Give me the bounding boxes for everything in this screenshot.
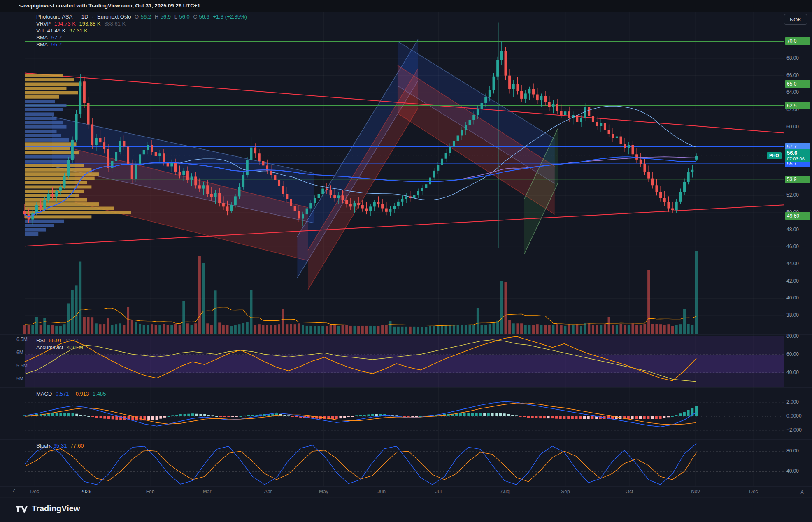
vrvp-value-1: 194.73 K bbox=[54, 21, 76, 27]
stoch-axis-tick: 40.00 bbox=[786, 468, 799, 474]
price-tick: 60.00 bbox=[786, 124, 799, 130]
time-axis-label: Feb bbox=[146, 489, 155, 494]
price-tick: 68.00 bbox=[786, 55, 799, 61]
accum-dist-axis-tick: 5.5M bbox=[16, 363, 28, 369]
high-label: H bbox=[155, 14, 158, 20]
vrvp-label: VRVP bbox=[36, 21, 51, 27]
tradingview-window: savepiginvest created with TradingView.c… bbox=[0, 0, 812, 522]
macd-legend: MACD 0.571 −0.913 1.485 bbox=[36, 391, 108, 397]
sma-slow-legend: SMA 55.7 bbox=[36, 42, 64, 48]
price-level-badge: 53.9 bbox=[785, 176, 810, 183]
time-axis-label: Dec bbox=[749, 489, 758, 494]
macd-axis-tick: 0.0000 bbox=[786, 413, 802, 419]
price-tick: 38.00 bbox=[786, 312, 799, 318]
rsi-extra-1: ∅ bbox=[65, 337, 70, 343]
macd-axis-tick: 2.000 bbox=[786, 399, 799, 405]
macd-axis-tick: −2.000 bbox=[786, 427, 802, 433]
stoch-label: Stoch bbox=[36, 443, 50, 449]
low-label: L bbox=[174, 14, 177, 20]
separator: · bbox=[92, 14, 93, 20]
rsi-axis-tick: 40.00 bbox=[786, 369, 799, 375]
open-label: O bbox=[135, 14, 139, 20]
accum-dist-legend: Accum/Dist 4.91 M bbox=[36, 344, 85, 350]
rsi-extra-2: ∅ bbox=[74, 337, 78, 343]
vol-label: Vol bbox=[36, 28, 44, 34]
accum-dist-label: Accum/Dist bbox=[36, 344, 63, 350]
time-axis-label: Apr bbox=[264, 489, 272, 494]
tradingview-logo-icon bbox=[16, 504, 28, 513]
sma-slow-value: 55.7 bbox=[51, 42, 62, 48]
macd-value: 0.571 bbox=[56, 391, 69, 397]
time-axis-label: Sep bbox=[561, 489, 570, 494]
tradingview-logo[interactable]: TradingView bbox=[16, 504, 80, 513]
vrvp-value-3: 388.61 K bbox=[104, 21, 126, 27]
auto-scale-marker[interactable]: A bbox=[800, 490, 804, 495]
price-tick: 44.00 bbox=[786, 261, 799, 267]
close-value: 56.6 bbox=[199, 14, 209, 20]
price-level-badge: 62.5 bbox=[785, 102, 810, 109]
symbol-title: Photocure ASA bbox=[36, 14, 72, 20]
stoch-k-value: 95.31 bbox=[54, 443, 67, 449]
ticker-chip: PHO bbox=[767, 152, 782, 159]
rsi-axis-tick: 60.00 bbox=[786, 351, 799, 357]
interval-label: 1D bbox=[81, 14, 88, 20]
rsi-value: 55.91 bbox=[49, 337, 62, 343]
stoch-axis-tick: 80.00 bbox=[786, 448, 799, 454]
price-tick: 46.00 bbox=[786, 244, 799, 249]
price-level-badge: 65.0 bbox=[785, 80, 810, 88]
attribution-bar: savepiginvest created with TradingView.c… bbox=[0, 0, 812, 12]
price-tick: 42.00 bbox=[786, 278, 799, 284]
close-label: C bbox=[193, 14, 197, 20]
accum-dist-axis-tick: 5M bbox=[16, 376, 23, 382]
time-axis-label: Oct bbox=[626, 489, 633, 494]
macd-hist-value: 1.485 bbox=[93, 391, 106, 397]
sma-fast-legend: SMA 57.7 bbox=[36, 35, 64, 41]
tradingview-logo-text: TradingView bbox=[32, 504, 80, 513]
sma-label: SMA bbox=[36, 35, 48, 41]
currency-button[interactable]: NOK bbox=[784, 14, 807, 25]
open-value: 56.2 bbox=[141, 14, 151, 20]
accum-dist-value: 4.91 M bbox=[67, 344, 83, 350]
macd-label: MACD bbox=[36, 391, 52, 397]
price-tick: 66.00 bbox=[786, 72, 799, 78]
rsi-label: RSI bbox=[36, 337, 45, 343]
price-tick: 64.00 bbox=[786, 89, 799, 95]
separator: · bbox=[76, 14, 78, 20]
attribution-text: savepiginvest created with TradingView.c… bbox=[19, 2, 200, 9]
rsi-legend: RSI 55.91 ∅ ∅ bbox=[36, 337, 81, 343]
accum-dist-axis-tick: 6.5M bbox=[16, 336, 28, 342]
last-price-badge: 56.607:03:06 bbox=[785, 149, 810, 162]
time-axis-label: Jul bbox=[435, 489, 442, 494]
exchange-label: Euronext Oslo bbox=[97, 14, 131, 20]
sma-label: SMA bbox=[36, 42, 48, 48]
time-axis-label: Nov bbox=[691, 489, 700, 494]
time-axis-label: May bbox=[319, 489, 328, 494]
price-tick: 48.00 bbox=[786, 227, 799, 232]
vol-ma-value: 97.31 K bbox=[69, 28, 88, 34]
change-value: +1.3 (+2.35%) bbox=[213, 14, 247, 20]
stoch-d-value: 77.60 bbox=[70, 443, 84, 449]
time-axis-label: Mar bbox=[203, 489, 212, 494]
price-level-badge: 70.0 bbox=[785, 37, 810, 45]
price-level-badge: 49.60 bbox=[785, 212, 810, 220]
vrvp-value-2: 193.88 K bbox=[79, 21, 100, 27]
time-axis-label: Dec bbox=[30, 489, 39, 494]
volume-legend: Vol 41.49 K 97.31 K bbox=[36, 28, 90, 34]
vrvp-legend: VRVP 194.73 K 193.88 K 388.61 K bbox=[36, 21, 128, 27]
last-price-value: 56.6 bbox=[787, 150, 808, 156]
high-value: 56.9 bbox=[161, 14, 171, 20]
price-tick: 40.00 bbox=[786, 295, 799, 301]
symbol-legend: Photocure ASA · 1D · Euronext Oslo O 56.… bbox=[36, 14, 249, 20]
price-chart-canvas[interactable] bbox=[0, 0, 812, 522]
accum-dist-axis-tick: 6M bbox=[16, 350, 23, 355]
vol-value: 41.49 K bbox=[47, 28, 66, 34]
sma-fast-value: 57.7 bbox=[51, 35, 62, 41]
footer-bar: TradingView bbox=[0, 498, 812, 522]
bar-countdown: 07:03:06 bbox=[787, 156, 808, 162]
time-axis-label: Jun bbox=[378, 489, 386, 494]
time-axis-label: 2025 bbox=[81, 489, 92, 494]
low-value: 56.0 bbox=[179, 14, 189, 20]
price-tick: 52.00 bbox=[786, 192, 799, 198]
stoch-legend: Stoch 95.31 77.60 bbox=[36, 443, 86, 449]
left-axis-marker: Z bbox=[12, 488, 15, 494]
